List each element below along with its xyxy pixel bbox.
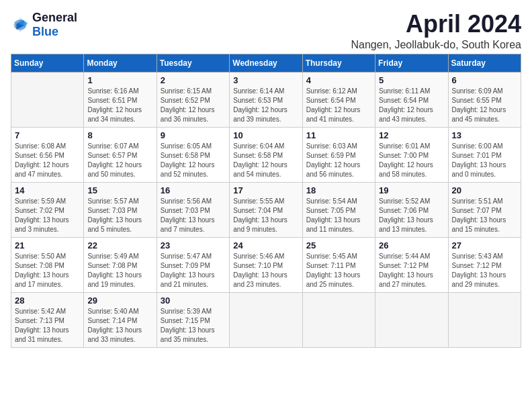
day-number: 17 (233, 185, 298, 195)
day-number: 21 (15, 240, 80, 250)
calendar-cell: 4Sunrise: 6:12 AM Sunset: 6:54 PM Daylig… (302, 72, 375, 127)
calendar-cell: 26Sunrise: 5:44 AM Sunset: 7:12 PM Dayli… (375, 237, 448, 292)
day-info: Sunrise: 6:00 AM Sunset: 7:01 PM Dayligh… (452, 142, 517, 179)
day-info: Sunrise: 6:08 AM Sunset: 6:56 PM Dayligh… (15, 142, 80, 179)
day-of-week-header: Monday (84, 54, 157, 72)
calendar-cell: 13Sunrise: 6:00 AM Sunset: 7:01 PM Dayli… (448, 127, 521, 182)
location-title: Nangen, Jeollabuk-do, South Korea (351, 39, 521, 51)
calendar-cell: 21Sunrise: 5:50 AM Sunset: 7:08 PM Dayli… (11, 237, 84, 292)
calendar-week-row: 7Sunrise: 6:08 AM Sunset: 6:56 PM Daylig… (11, 127, 521, 182)
calendar-cell: 15Sunrise: 5:57 AM Sunset: 7:03 PM Dayli… (84, 182, 157, 237)
day-info: Sunrise: 6:12 AM Sunset: 6:54 PM Dayligh… (306, 87, 371, 124)
day-info: Sunrise: 5:59 AM Sunset: 7:02 PM Dayligh… (15, 197, 80, 234)
day-info: Sunrise: 6:15 AM Sunset: 6:52 PM Dayligh… (161, 87, 226, 124)
calendar-cell: 16Sunrise: 5:56 AM Sunset: 7:03 PM Dayli… (157, 182, 229, 237)
calendar-week-row: 28Sunrise: 5:42 AM Sunset: 7:13 PM Dayli… (11, 292, 521, 347)
day-of-week-header: Tuesday (157, 54, 229, 72)
day-number: 16 (161, 185, 226, 195)
calendar-table: SundayMondayTuesdayWednesdayThursdayFrid… (11, 54, 521, 348)
day-of-week-header: Wednesday (230, 54, 302, 72)
day-number: 7 (15, 130, 80, 140)
day-number: 27 (452, 240, 517, 250)
calendar-cell: 22Sunrise: 5:49 AM Sunset: 7:08 PM Dayli… (84, 237, 157, 292)
calendar-cell: 9Sunrise: 6:05 AM Sunset: 6:58 PM Daylig… (157, 127, 229, 182)
day-of-week-header: Sunday (11, 54, 84, 72)
calendar-week-row: 14Sunrise: 5:59 AM Sunset: 7:02 PM Dayli… (11, 182, 521, 237)
calendar-cell: 25Sunrise: 5:45 AM Sunset: 7:11 PM Dayli… (302, 237, 375, 292)
day-info: Sunrise: 6:04 AM Sunset: 6:58 PM Dayligh… (233, 142, 298, 179)
day-number: 23 (161, 240, 226, 250)
day-info: Sunrise: 5:45 AM Sunset: 7:11 PM Dayligh… (306, 252, 371, 289)
calendar-cell (448, 292, 521, 347)
calendar-cell (375, 292, 448, 347)
day-info: Sunrise: 6:14 AM Sunset: 6:53 PM Dayligh… (233, 87, 298, 124)
day-number: 1 (87, 75, 152, 85)
day-number: 13 (452, 130, 517, 140)
day-number: 14 (15, 185, 80, 195)
day-info: Sunrise: 5:50 AM Sunset: 7:08 PM Dayligh… (15, 252, 80, 289)
day-number: 9 (161, 130, 226, 140)
calendar-cell: 1Sunrise: 6:16 AM Sunset: 6:51 PM Daylig… (84, 72, 157, 127)
day-number: 24 (233, 240, 298, 250)
day-info: Sunrise: 5:39 AM Sunset: 7:15 PM Dayligh… (161, 307, 226, 345)
day-number: 2 (161, 75, 226, 85)
calendar-cell: 12Sunrise: 6:01 AM Sunset: 7:00 PM Dayli… (375, 127, 448, 182)
calendar-cell: 14Sunrise: 5:59 AM Sunset: 7:02 PM Dayli… (11, 182, 84, 237)
calendar-cell: 19Sunrise: 5:52 AM Sunset: 7:06 PM Dayli… (375, 182, 448, 237)
day-info: Sunrise: 5:57 AM Sunset: 7:03 PM Dayligh… (87, 197, 152, 234)
day-info: Sunrise: 5:46 AM Sunset: 7:10 PM Dayligh… (233, 252, 298, 289)
month-title: April 2024 (351, 11, 521, 38)
day-number: 6 (452, 75, 517, 85)
day-of-week-header: Thursday (302, 54, 375, 72)
day-info: Sunrise: 5:43 AM Sunset: 7:12 PM Dayligh… (452, 252, 517, 289)
calendar-cell: 27Sunrise: 5:43 AM Sunset: 7:12 PM Dayli… (448, 237, 521, 292)
title-block: April 2024 Nangen, Jeollabuk-do, South K… (351, 11, 521, 51)
day-number: 22 (87, 240, 152, 250)
day-info: Sunrise: 5:49 AM Sunset: 7:08 PM Dayligh… (87, 252, 152, 289)
calendar-cell: 30Sunrise: 5:39 AM Sunset: 7:15 PM Dayli… (157, 292, 229, 347)
day-number: 25 (306, 240, 371, 250)
day-of-week-header: Friday (375, 54, 448, 72)
day-number: 8 (87, 130, 152, 140)
day-number: 10 (233, 130, 298, 140)
day-info: Sunrise: 5:40 AM Sunset: 7:14 PM Dayligh… (87, 307, 152, 345)
day-number: 19 (379, 185, 444, 195)
calendar-cell: 10Sunrise: 6:04 AM Sunset: 6:58 PM Dayli… (230, 127, 302, 182)
calendar-header-row: SundayMondayTuesdayWednesdayThursdayFrid… (11, 54, 521, 72)
calendar-cell: 18Sunrise: 5:54 AM Sunset: 7:05 PM Dayli… (302, 182, 375, 237)
day-info: Sunrise: 5:56 AM Sunset: 7:03 PM Dayligh… (161, 197, 226, 234)
day-info: Sunrise: 6:01 AM Sunset: 7:00 PM Dayligh… (379, 142, 444, 179)
day-info: Sunrise: 5:47 AM Sunset: 7:09 PM Dayligh… (161, 252, 226, 289)
calendar-week-row: 21Sunrise: 5:50 AM Sunset: 7:08 PM Dayli… (11, 237, 521, 292)
day-number: 28 (15, 295, 80, 306)
calendar-cell: 7Sunrise: 6:08 AM Sunset: 6:56 PM Daylig… (11, 127, 84, 182)
calendar-cell: 20Sunrise: 5:51 AM Sunset: 7:07 PM Dayli… (448, 182, 521, 237)
day-number: 20 (452, 185, 517, 195)
calendar-cell: 24Sunrise: 5:46 AM Sunset: 7:10 PM Dayli… (230, 237, 302, 292)
calendar-cell (11, 72, 84, 127)
day-info: Sunrise: 6:03 AM Sunset: 6:59 PM Dayligh… (306, 142, 371, 179)
day-number: 11 (306, 130, 371, 140)
day-number: 4 (306, 75, 371, 85)
calendar-cell (302, 292, 375, 347)
day-info: Sunrise: 6:05 AM Sunset: 6:58 PM Dayligh… (161, 142, 226, 179)
logo-icon (11, 15, 30, 34)
day-info: Sunrise: 5:51 AM Sunset: 7:07 PM Dayligh… (452, 197, 517, 234)
day-info: Sunrise: 5:54 AM Sunset: 7:05 PM Dayligh… (306, 197, 371, 234)
calendar-cell: 6Sunrise: 6:09 AM Sunset: 6:55 PM Daylig… (448, 72, 521, 127)
calendar-week-row: 1Sunrise: 6:16 AM Sunset: 6:51 PM Daylig… (11, 72, 521, 127)
calendar-cell: 11Sunrise: 6:03 AM Sunset: 6:59 PM Dayli… (302, 127, 375, 182)
day-info: Sunrise: 5:55 AM Sunset: 7:04 PM Dayligh… (233, 197, 298, 234)
calendar-cell: 2Sunrise: 6:15 AM Sunset: 6:52 PM Daylig… (157, 72, 229, 127)
calendar-cell: 29Sunrise: 5:40 AM Sunset: 7:14 PM Dayli… (84, 292, 157, 347)
calendar-cell: 17Sunrise: 5:55 AM Sunset: 7:04 PM Dayli… (230, 182, 302, 237)
day-info: Sunrise: 5:42 AM Sunset: 7:13 PM Dayligh… (15, 307, 80, 345)
calendar-cell (230, 292, 302, 347)
day-number: 12 (379, 130, 444, 140)
page-header: General Blue April 2024 Nangen, Jeollabu… (11, 11, 521, 51)
day-number: 29 (87, 295, 152, 306)
day-number: 5 (379, 75, 444, 85)
day-number: 18 (306, 185, 371, 195)
calendar-cell: 28Sunrise: 5:42 AM Sunset: 7:13 PM Dayli… (11, 292, 84, 347)
day-info: Sunrise: 5:44 AM Sunset: 7:12 PM Dayligh… (379, 252, 444, 289)
